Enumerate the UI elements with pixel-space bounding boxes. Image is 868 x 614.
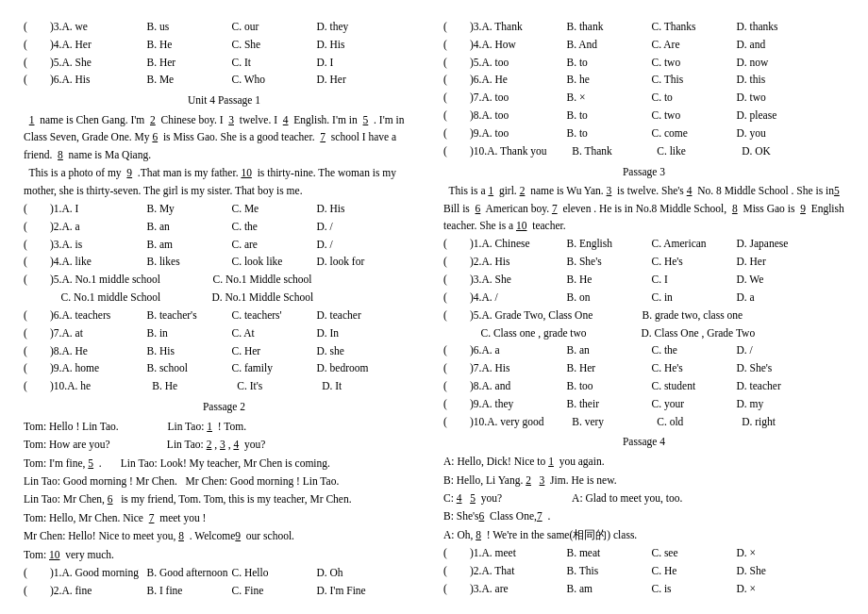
- passage2-choices: ( )1. A. Good morning B. Good afternoon …: [24, 565, 425, 600]
- opt-a: A. are: [481, 581, 566, 598]
- options: A. Thank B. thank C. Thanks D. thanks: [481, 19, 844, 36]
- opt-b: B. thank: [566, 19, 651, 36]
- opt-c: C. Me: [231, 201, 316, 218]
- choice-row-3l: ( )3. A. we B. us C. our D. they: [24, 19, 425, 36]
- opt-d: D. my: [736, 396, 821, 413]
- paren: (: [24, 378, 50, 395]
- opt-d: D. I: [316, 55, 401, 72]
- num: )4.: [50, 254, 61, 271]
- opt-b: B. to: [566, 55, 651, 72]
- p1-choice-2: ( )2. A. a B. an C. the D. /: [24, 219, 425, 236]
- passage3-para: This is a 1 girl. 2 name is Wu Yan. 3 is…: [443, 182, 844, 234]
- opt-b: B. Her: [146, 55, 231, 72]
- passage1-header: Unit 4 Passage 1: [24, 92, 425, 109]
- opt-b: B. He: [152, 378, 237, 395]
- class-one-text: One: [516, 510, 534, 522]
- opt-c: C. It: [231, 55, 316, 72]
- options: A. Thank you B. Thank C. like D. OK: [487, 143, 844, 160]
- opt-b: B. He: [566, 272, 651, 289]
- opt-d: D. /: [316, 219, 401, 236]
- opt-d: D. In: [316, 325, 401, 342]
- passage1-line2: This is a photo of my 9 .That man is my …: [24, 164, 425, 199]
- passage4-choices: ( )1. A. meet B. meat C. see D. × ( )2. …: [443, 545, 844, 597]
- opt-b: B. an: [146, 219, 231, 236]
- opt-c: C. Who: [231, 72, 316, 89]
- p1-choice-10: ( )10. A. he B. He C. It's D. It: [24, 378, 425, 395]
- opt-a: A. Good morning: [61, 565, 146, 582]
- num: )3.: [470, 272, 481, 289]
- opt-c: C. are: [231, 237, 316, 254]
- num: )9.: [470, 125, 481, 142]
- r-choice-3: ( )3. A. Thank B. thank C. Thanks D. tha…: [443, 19, 844, 36]
- opt-c: C. the: [651, 342, 736, 359]
- paren-blank: [24, 290, 50, 307]
- opt-c: C. two: [651, 108, 736, 124]
- opt-a: A. Grade Two, Class One: [481, 307, 642, 324]
- opt-c: C. American: [651, 236, 736, 253]
- opt-b: B. to: [566, 108, 651, 124]
- opt-a: A. too: [481, 90, 566, 107]
- p2-line5: Lin Tao: Mr Chen, 6 is my friend, Tom. T…: [24, 490, 425, 507]
- p1-choice-5b: C. No.1 middle School D. No.1 Middle Sch…: [24, 290, 425, 307]
- opt-c: C. He's: [651, 254, 736, 271]
- opt-a: A. too: [481, 108, 566, 124]
- p2-line3: Tom: I'm fine, 5 . Lin Tao: Look! My tea…: [24, 455, 425, 472]
- p4-line2: B: Hello, Li Yang. 2 3 Jim. He is new.: [443, 472, 844, 489]
- p4-line5: A: Oh, 8 ! We're in the same(相同的) class.: [443, 526, 844, 543]
- p3-choice-6: ( )6. A. a B. an C. the D. /: [443, 342, 844, 359]
- opt-d: D. right: [742, 414, 826, 431]
- p1-choice-1: ( )1. A. I B. My C. Me D. His: [24, 201, 425, 218]
- paren: (: [24, 307, 50, 324]
- paren: (: [443, 307, 470, 324]
- opt-b: B. I fine: [146, 583, 231, 600]
- num: )3.: [50, 237, 61, 254]
- options: A. Good morning B. Good afternoon C. Hel…: [61, 565, 425, 582]
- paren: (: [443, 90, 470, 107]
- paren-open: (: [24, 55, 50, 72]
- opt-d: D. thanks: [736, 19, 821, 36]
- num: )4.: [470, 290, 481, 307]
- paren: (: [443, 360, 470, 377]
- num: )9.: [470, 396, 481, 413]
- num: )3.: [470, 19, 481, 36]
- paren: (: [24, 343, 50, 360]
- right-column: ( )3. A. Thank B. thank C. Thanks D. tha…: [443, 19, 844, 601]
- opt-a: A. His: [481, 360, 566, 377]
- opt-a: A. they: [481, 396, 566, 413]
- options: A. very good B. very C. old D. right: [487, 414, 844, 431]
- p2-choice-1: ( )1. A. Good morning B. Good afternoon …: [24, 565, 425, 582]
- opt-c: C. family: [231, 360, 316, 377]
- paren: (: [443, 545, 470, 562]
- left-column: ( )3. A. we B. us C. our D. they ( )4. A…: [24, 19, 425, 601]
- options: A. too B. × C. to D. two: [481, 90, 844, 107]
- opt-a: A. at: [61, 325, 146, 342]
- opt-c: C. This: [651, 72, 736, 89]
- paren: (: [24, 360, 50, 377]
- paren: (: [443, 72, 470, 89]
- opt-d: D. teacher: [736, 378, 821, 395]
- opt-d: D. Japanese: [736, 236, 821, 253]
- options: A. That B. This C. He D. She: [481, 563, 844, 580]
- p1-choice-9: ( )9. A. home B. school C. family D. bed…: [24, 360, 425, 377]
- opt-c: C. to: [651, 90, 736, 107]
- r-choice-9: ( )9. A. too B. to C. come D. you: [443, 125, 844, 142]
- choice-num: )5.: [50, 55, 61, 72]
- opt-a: A. he: [67, 378, 152, 395]
- paren: (: [443, 37, 470, 54]
- opt-d: D. please: [736, 108, 821, 124]
- opt-c: C. Fine: [231, 583, 316, 600]
- opt-d: D. His: [316, 37, 401, 54]
- paren: (: [24, 583, 50, 600]
- num: )6.: [50, 307, 61, 324]
- options: A. No.1 middle school C. No.1 Middle sch…: [61, 272, 425, 289]
- options: A. is B. am C. are D. /: [61, 237, 425, 254]
- opt-c: C. He's: [651, 360, 736, 377]
- passage3-choices: ( )1. A. Chinese B. English C. American …: [443, 236, 844, 430]
- opt-c: C. is: [651, 581, 736, 598]
- p3-choice-4: ( )4. A. / B. on C. in D. a: [443, 290, 844, 307]
- top-choices-right: ( )3. A. Thank B. thank C. Thanks D. tha…: [443, 19, 844, 160]
- p2-line7: Mr Chen: Hello! Nice to meet you, 8 . We…: [24, 527, 425, 544]
- opt-c: C. Hello: [231, 565, 316, 582]
- opt-a: A. Thank: [481, 19, 566, 36]
- opt-d: D. this: [736, 72, 821, 89]
